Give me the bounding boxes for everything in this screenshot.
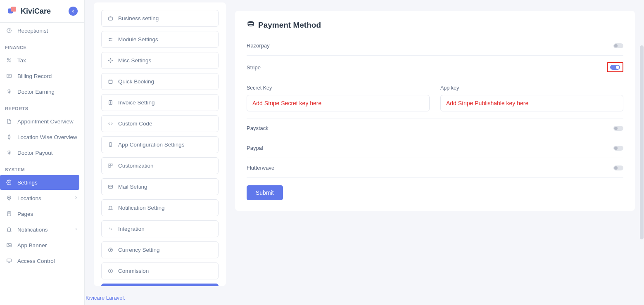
sidebar-item-label: Notifications [17, 227, 48, 233]
settings-tile-commission[interactable]: Commission [101, 262, 219, 279]
provider-row-stripe: Stripe [247, 56, 623, 79]
sidebar-section-finance: FINANCE [0, 38, 84, 52]
sidebar-item-billing-record[interactable]: Billing Record [0, 69, 84, 83]
chevron-right-icon [74, 227, 78, 233]
stripe-secret-key-input[interactable] [247, 95, 430, 111]
svg-rect-1 [11, 7, 16, 12]
page-scrollbar[interactable] [640, 45, 644, 239]
invoice-icon [107, 100, 113, 106]
sidebar-item-label: Access Control [17, 258, 55, 264]
settings-tile-app-configuration[interactable]: App Configuration Settings [101, 136, 219, 153]
dashboard-icon [6, 27, 12, 34]
svg-point-13 [111, 38, 112, 39]
bell-icon [107, 205, 113, 211]
svg-rect-12 [108, 17, 112, 20]
sidebar-item-appointment-overview[interactable]: Appointment Overview [0, 114, 84, 129]
provider-label: Stripe [247, 64, 261, 71]
settings-tile-label: Module Settings [118, 36, 158, 43]
svg-point-3 [7, 59, 9, 60]
razorpay-toggle[interactable] [613, 43, 623, 48]
sidebar-item-locations[interactable]: Locations [0, 191, 84, 206]
settings-tile-currency-setting[interactable]: Currency Setting [101, 241, 219, 258]
page-icon [6, 210, 12, 217]
settings-tile-payment-method[interactable]: Payment Method [101, 284, 219, 286]
svg-point-15 [109, 60, 111, 61]
settings-tile-quick-booking[interactable]: Quick Booking [101, 73, 219, 90]
svg-point-4 [10, 61, 11, 62]
svg-rect-11 [7, 259, 12, 262]
settings-tile-customization[interactable]: Customization [101, 157, 219, 174]
settings-tile-label: Customization [118, 163, 154, 169]
settings-tile-label: Currency Setting [118, 247, 160, 253]
sidebar-section-reports: REPORTS [0, 99, 84, 113]
secret-key-label: Secret Key [247, 85, 430, 91]
paystack-toggle[interactable] [613, 126, 623, 131]
mobile-icon [107, 142, 113, 148]
settings-tile-module-settings[interactable]: Module Settings [101, 31, 219, 48]
bell-icon [6, 226, 12, 233]
panel-header: Payment Method [247, 20, 623, 30]
stripe-toggle[interactable] [610, 65, 620, 70]
integration-icon [107, 226, 113, 232]
sidebar-item-label: Locations [17, 195, 41, 201]
settings-tile-misc-settings[interactable]: Misc Settings [101, 52, 219, 69]
settings-tile-business-setting[interactable]: Business setting [101, 10, 219, 27]
flutterwave-toggle[interactable] [613, 166, 623, 170]
settings-menu-panel: Business setting Module Settings Misc Se… [94, 2, 226, 286]
settings-tile-label: Misc Settings [118, 57, 151, 64]
sidebar-item-label: Appointment Overview [17, 118, 74, 125]
settings-tile-label: Invoice Setting [118, 99, 155, 106]
sidebar-collapse-button[interactable] [69, 7, 78, 16]
panel-title: Payment Method [258, 21, 321, 30]
image-icon [6, 242, 12, 248]
stripe-app-key-field: App key [440, 85, 623, 111]
sidebar-item-location-wise-overview[interactable]: Location Wise Overview [0, 130, 84, 144]
sidebar-item-label: Location Wise Overview [17, 134, 77, 140]
sidebar-item-label: Receptionist [17, 28, 48, 34]
sidebar-item-receptionist[interactable]: Receptionist [0, 23, 84, 38]
settings-tile-integration[interactable]: Integration [101, 220, 219, 237]
submit-button[interactable]: Submit [247, 185, 283, 200]
pin-icon [6, 195, 12, 201]
sidebar-item-label: Tax [17, 57, 26, 64]
sidebar-item-label: Pages [17, 211, 33, 217]
sidebar-section-system: SYSTEM [0, 161, 84, 175]
sidebar-item-doctor-earning[interactable]: Doctor Earning [0, 84, 84, 99]
sidebar-item-app-banner[interactable]: App Banner [0, 238, 84, 253]
svg-point-10 [8, 244, 9, 245]
footer-link[interactable]: Kivicare Laravel. [86, 295, 125, 301]
sidebar-item-access-control[interactable]: Access Control [0, 253, 84, 268]
settings-tile-mail-setting[interactable]: Mail Setting [101, 178, 219, 195]
provider-row-flutterwave: Flutterwave [247, 158, 623, 178]
gear-icon [107, 58, 113, 64]
sidebar-item-label: Doctor Earning [17, 89, 55, 95]
stripe-secret-key-field: Secret Key [247, 85, 430, 111]
settings-tile-notification-setting[interactable]: Notification Setting [101, 199, 219, 216]
provider-label: Paypal [247, 145, 263, 151]
sidebar-item-tax[interactable]: Tax [0, 53, 84, 68]
svg-point-7 [9, 197, 10, 198]
briefcase-icon [107, 16, 113, 21]
chevron-right-icon [74, 195, 78, 201]
calendar-icon [107, 79, 113, 85]
provider-label: Paystack [247, 125, 269, 131]
sidebar-item-doctor-payout[interactable]: Doctor Payout [0, 145, 84, 160]
doc-icon [6, 118, 12, 125]
stripe-app-key-input[interactable] [440, 95, 623, 111]
sidebar-item-notifications[interactable]: Notifications [0, 222, 84, 237]
customize-icon [107, 163, 113, 169]
settings-tile-custom-code[interactable]: Custom Code [101, 115, 219, 132]
settings-tile-invoice-setting[interactable]: Invoice Setting [101, 94, 219, 111]
svg-rect-9 [7, 244, 12, 247]
brand-logo[interactable]: KiviCare [7, 6, 51, 17]
location-icon [6, 134, 12, 140]
paypal-toggle[interactable] [613, 146, 623, 151]
sidebar-item-pages[interactable]: Pages [0, 206, 84, 221]
svg-point-19 [110, 146, 110, 146]
brand-name: KiviCare [21, 7, 51, 16]
coins-icon [247, 20, 255, 30]
sidebar-item-settings[interactable]: Settings [0, 175, 79, 190]
sliders-icon [107, 37, 113, 43]
sidebar-item-label: Billing Record [17, 73, 52, 79]
svg-rect-22 [109, 166, 110, 168]
